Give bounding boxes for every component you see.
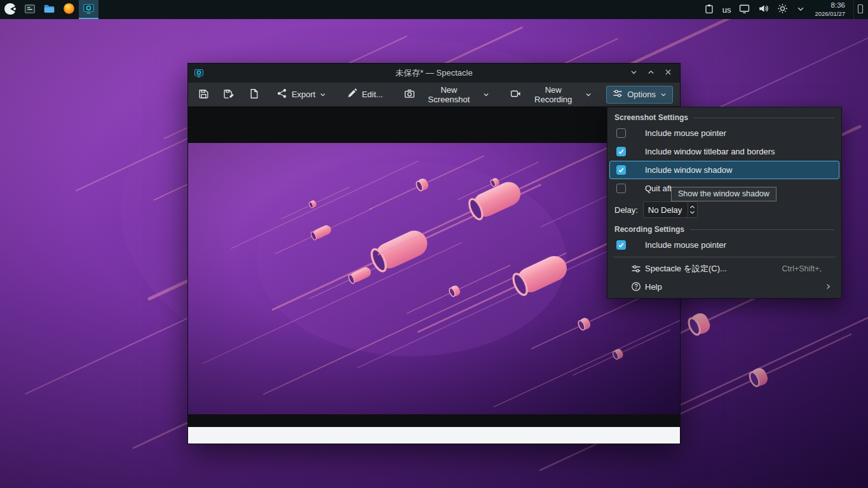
firefox-icon — [63, 3, 75, 17]
chevron-down-icon — [660, 92, 667, 98]
save-as-icon — [223, 88, 234, 101]
plasma-launcher-icon — [4, 3, 17, 17]
task-manager — [0, 0, 98, 19]
help-icon — [631, 281, 641, 292]
options-button[interactable]: Options — [606, 86, 673, 104]
show-desktop-button[interactable] — [853, 0, 866, 19]
menu-item-label: Quit aft — [645, 184, 672, 193]
spectacle-window: 未保存* — Spectacle — [188, 64, 680, 444]
spinner-buttons — [688, 202, 697, 217]
delay-label: Delay: — [614, 205, 638, 215]
window-footer — [188, 427, 680, 444]
configure-shortcut: Ctrl+Shift+, — [782, 264, 833, 273]
brightness-tray-button[interactable] — [777, 3, 788, 16]
volume-icon — [758, 3, 769, 16]
chevron-down-icon — [320, 92, 326, 98]
menu-item-include-titlebar[interactable]: Include window titlebar and borders — [609, 142, 839, 161]
taskbar-item-pager[interactable] — [20, 0, 39, 19]
maximize-button[interactable] — [644, 67, 657, 79]
taskbar-item-file-manager[interactable] — [39, 0, 59, 19]
clock-time: 8:36 — [815, 1, 845, 10]
app-launcher-button[interactable] — [0, 0, 20, 19]
chevron-down-icon — [585, 92, 592, 98]
menu-item-recording-mouse-pointer[interactable]: Include mouse pointer — [609, 236, 839, 254]
spectacle-app-icon — [194, 68, 204, 78]
checkbox[interactable] — [616, 128, 626, 138]
menu-separator — [613, 257, 836, 257]
top-panel: us — [0, 0, 868, 19]
checkbox[interactable] — [616, 147, 626, 156]
edit-button[interactable]: Edit... — [341, 86, 389, 104]
taskbar-item-spectacle[interactable] — [79, 0, 98, 19]
brightness-icon — [777, 3, 788, 16]
new-recording-button[interactable]: New Recording — [504, 86, 598, 104]
delay-value[interactable]: No Delay — [644, 202, 688, 217]
window-title: 未保存* — Spectacle — [188, 67, 680, 79]
screenshot-preview — [188, 143, 680, 414]
clock-date: 2026/01/27 — [815, 10, 845, 17]
options-label: Options — [627, 90, 656, 99]
section-label: Recording Settings — [614, 225, 684, 234]
menu-item-configure-spectacle[interactable]: Spectacle を設定(C)... Ctrl+Shift+, — [609, 260, 839, 278]
minimize-button[interactable] — [627, 67, 640, 79]
spectacle-icon — [83, 3, 95, 17]
section-rule — [694, 118, 834, 118]
menu-item-include-window-shadow[interactable]: Include window shadow — [609, 161, 839, 179]
volume-tray-button[interactable] — [758, 3, 769, 16]
configure-label: Spectacle を設定(C)... — [645, 263, 727, 274]
sliders-icon — [613, 88, 623, 100]
keyboard-layout-indicator[interactable]: us — [722, 5, 731, 15]
desktop: us — [0, 0, 868, 488]
submenu-arrow-icon — [824, 283, 833, 290]
new-screenshot-label: New Screenshot — [419, 85, 478, 104]
section-rule — [690, 229, 834, 230]
spin-up-button[interactable] — [689, 205, 695, 209]
recording-settings-section: Recording Settings — [609, 222, 839, 236]
preview-letterbox-top — [188, 107, 680, 143]
menu-item-label: Include mouse pointer — [645, 128, 726, 138]
camera-icon — [404, 88, 415, 101]
display-icon — [739, 3, 750, 16]
export-label: Export — [292, 90, 316, 99]
share-icon — [277, 88, 287, 100]
checkbox[interactable] — [616, 184, 626, 193]
show-desktop-icon — [856, 4, 865, 16]
new-screenshot-button[interactable]: New Screenshot — [398, 86, 496, 104]
screenshot-settings-section: Screenshot Settings — [609, 110, 839, 124]
menu-item-include-mouse-pointer[interactable]: Include mouse pointer — [609, 124, 839, 142]
display-tray-button[interactable] — [739, 3, 750, 16]
tray-expander-button[interactable] — [796, 4, 805, 15]
edit-label: Edit... — [362, 90, 383, 99]
chevron-down-icon — [796, 4, 805, 15]
menu-item-label: Include window shadow — [645, 165, 732, 175]
keyboard-layout-label: us — [722, 5, 731, 15]
preview-letterbox-bottom — [188, 414, 680, 427]
save-as-button[interactable] — [220, 86, 238, 103]
checkbox[interactable] — [616, 240, 626, 250]
titlebar[interactable]: 未保存* — Spectacle — [188, 64, 680, 83]
checkbox[interactable] — [616, 165, 626, 175]
export-button[interactable]: Export — [271, 86, 333, 104]
clipboard-tray-button[interactable] — [704, 4, 714, 16]
toolbar: Export Edit... New Screenshot — [188, 83, 680, 107]
chevron-down-icon — [483, 92, 489, 98]
spin-down-button[interactable] — [689, 210, 695, 214]
new-recording-label: New Recording — [526, 85, 581, 104]
menu-item-label: Include mouse pointer — [645, 240, 726, 250]
menu-item-help[interactable]: Help — [609, 278, 839, 295]
delay-spinbox[interactable]: No Delay — [643, 201, 698, 218]
pager-icon — [24, 3, 36, 17]
chevron-up-icon — [647, 68, 655, 78]
close-button[interactable] — [661, 67, 674, 79]
configure-icon — [631, 264, 641, 274]
clock[interactable]: 8:36 2026/01/27 — [813, 1, 845, 17]
tooltip: Show the window shadow — [671, 187, 776, 201]
section-label: Screenshot Settings — [614, 113, 688, 122]
save-button[interactable] — [195, 86, 212, 103]
taskbar-item-firefox[interactable] — [59, 0, 79, 19]
copy-button[interactable] — [245, 86, 262, 103]
menu-item-label: Include window titlebar and borders — [645, 147, 775, 156]
videocam-icon — [510, 88, 521, 101]
options-menu: Screenshot Settings Include mouse pointe… — [607, 107, 842, 299]
chevron-down-icon — [630, 68, 638, 78]
